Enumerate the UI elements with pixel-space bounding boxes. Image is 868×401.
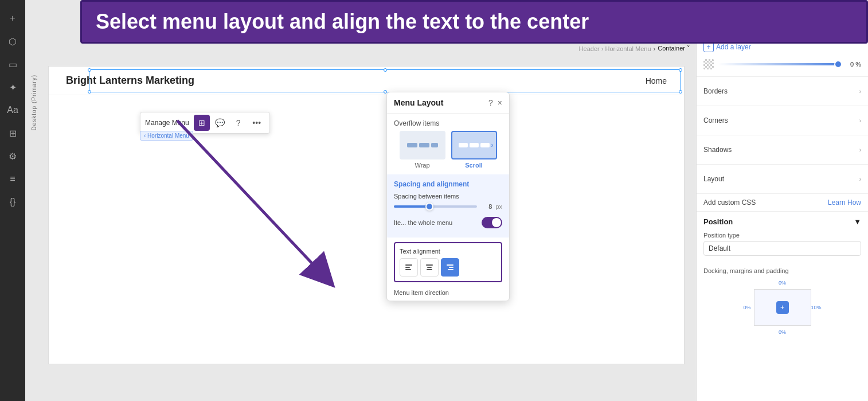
- layout-row: Layout ›: [703, 172, 861, 186]
- shadows-row: Shadows ›: [703, 142, 861, 157]
- corners-expand-icon[interactable]: ›: [859, 118, 861, 124]
- apps-icon[interactable]: ⚙: [3, 147, 22, 165]
- add-icon[interactable]: +: [3, 9, 22, 28]
- layout-button[interactable]: ⊞: [194, 115, 210, 131]
- add-layer-label: Add a layer: [716, 43, 751, 51]
- panel-header: Menu Layout ? ×: [387, 92, 509, 114]
- selection-handle-br[interactable]: [679, 90, 682, 94]
- position-expand-icon[interactable]: ▼: [854, 217, 861, 226]
- add-css-label: Add custom CSS: [703, 198, 756, 207]
- layout-expand-icon[interactable]: ›: [859, 176, 861, 182]
- opacity-row: 0 %: [703, 59, 861, 69]
- components-icon[interactable]: ✦: [3, 78, 22, 96]
- ovf-bar2: [419, 143, 429, 147]
- text-align-center-btn[interactable]: [420, 258, 439, 277]
- pages-icon[interactable]: ▭: [3, 55, 22, 73]
- panel-close-icon[interactable]: ×: [498, 98, 502, 107]
- docking-title: Docking, margins and padding: [703, 267, 861, 274]
- right-panel: Header › Horizontal Menu › Container ˅ B…: [696, 0, 868, 401]
- add-css-row: Add custom CSS Learn How: [697, 194, 868, 212]
- layout-label: Layout: [703, 175, 724, 183]
- spacing-section: Spacing and alignment Spacing between it…: [387, 174, 509, 238]
- ovf-sbar2: [470, 143, 479, 147]
- breadcrumb: Header › Horizontal Menu › Container ˅: [579, 45, 690, 52]
- text-align-left-btn[interactable]: [400, 258, 418, 277]
- position-type-label: Position type: [703, 232, 861, 239]
- overflow-scroll-label: Scroll: [465, 162, 483, 169]
- selection-handle-bm[interactable]: [384, 90, 387, 94]
- ovf-bar3: [431, 143, 438, 147]
- dock-bottom-value: 0%: [779, 329, 786, 335]
- toggle-knob: [492, 218, 501, 227]
- svg-rect-7: [427, 269, 432, 270]
- chat-button[interactable]: 💬: [212, 115, 228, 131]
- canvas-header: Bright Lanterns Marketing Home: [49, 67, 684, 95]
- help-button[interactable]: ?: [230, 115, 247, 131]
- docking-diagram: 0% 0% 0% 10% +: [742, 279, 823, 336]
- overflow-wrap-option[interactable]: Wrap: [400, 131, 445, 169]
- position-section: Position ▼ Position type Default: [697, 212, 868, 262]
- annotation-banner: Select menu layout and align the text to…: [80, 0, 868, 44]
- panel-help-icon[interactable]: ?: [488, 98, 493, 107]
- ovf-sbar3: [480, 143, 490, 147]
- text-align-label: Text alignment: [400, 248, 496, 255]
- spacing-slider-row: 8 px: [394, 203, 502, 210]
- overflow-scroll-box[interactable]: ›: [451, 131, 497, 159]
- position-type-select[interactable]: Default: [703, 241, 861, 256]
- dock-left-value: 0%: [744, 305, 751, 310]
- borders-label: Borders: [703, 87, 728, 95]
- layout-section: Layout ›: [697, 165, 868, 194]
- grid-icon[interactable]: ⊞: [3, 124, 22, 142]
- spacing-unit: px: [495, 203, 502, 210]
- opacity-slider-track[interactable]: [718, 63, 842, 65]
- more-button[interactable]: •••: [249, 115, 265, 131]
- manage-menu-label: Manage Menu: [145, 119, 189, 127]
- selection-handle-tm[interactable]: [384, 68, 387, 72]
- corners-label: Corners: [703, 116, 728, 124]
- opacity-slider-thumb[interactable]: [834, 60, 842, 68]
- borders-expand-icon[interactable]: ›: [859, 88, 861, 95]
- spacing-slider-thumb[interactable]: [425, 203, 433, 211]
- corners-row: Corners ›: [703, 113, 861, 128]
- selection-handle-tr[interactable]: [679, 68, 682, 72]
- svg-rect-5: [426, 264, 433, 266]
- overflow-wrap-label: Wrap: [415, 162, 429, 169]
- panel-header-icons: ? ×: [488, 98, 502, 107]
- overflow-wrap-box[interactable]: [400, 131, 445, 159]
- dock-inner: +: [754, 289, 811, 326]
- svg-rect-3: [405, 267, 410, 268]
- toggle-switch[interactable]: [482, 217, 502, 228]
- svg-rect-10: [448, 269, 453, 270]
- text-align-right-btn[interactable]: [441, 258, 459, 277]
- selection-handle-bl[interactable]: [88, 90, 91, 94]
- spacing-between-row: Spacing between items: [394, 193, 502, 200]
- overflow-options: Wrap › Scroll: [387, 131, 509, 174]
- overflow-scroll-option[interactable]: › Scroll: [451, 131, 497, 169]
- left-toolbar: + ⬡ ▭ ✦ Aa ⊞ ⚙ ≡ {}: [0, 0, 25, 401]
- toggle-label: Ite... the whole menu: [394, 219, 452, 226]
- layers-icon[interactable]: ⬡: [3, 32, 22, 50]
- scroll-arrow: ›: [491, 141, 494, 149]
- ovf-sbar1: [459, 143, 468, 147]
- annotation-title: Select menu layout and align the text to…: [96, 10, 853, 34]
- spacing-slider-track[interactable]: [394, 205, 477, 208]
- dock-top-value: 0%: [779, 280, 786, 286]
- checker-icon: [703, 59, 714, 69]
- opacity-value: 0 %: [847, 61, 861, 68]
- svg-rect-6: [427, 267, 432, 268]
- shadows-expand-icon[interactable]: ›: [859, 147, 861, 153]
- text-align-options: [400, 258, 496, 277]
- overflow-wrap-inner: [407, 143, 438, 147]
- code-icon[interactable]: {}: [3, 193, 22, 211]
- horizontal-menu-tag: ‹ Horizontal Menu: [140, 131, 193, 141]
- learn-how-link[interactable]: Learn How: [828, 198, 861, 207]
- text-icon[interactable]: Aa: [3, 101, 22, 119]
- shadows-label: Shadows: [703, 146, 732, 154]
- spacing-slider-fill: [394, 205, 427, 208]
- selection-handle-tl[interactable]: [88, 68, 91, 72]
- dock-center-button[interactable]: +: [776, 301, 789, 314]
- canvas-nav: Home: [646, 76, 667, 85]
- svg-rect-2: [405, 264, 412, 266]
- menu-icon[interactable]: ≡: [3, 170, 22, 188]
- overflow-scroll-inner: ›: [459, 143, 490, 147]
